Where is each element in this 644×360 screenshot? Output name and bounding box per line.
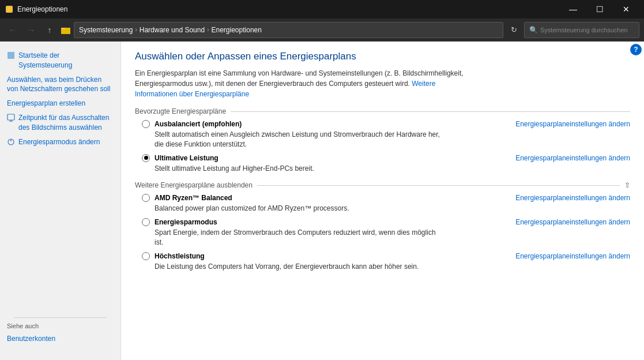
see-also-title: Siehe auch: [7, 322, 114, 329]
preferred-section-header: Bevorzugte Energiesparpläne: [135, 107, 630, 115]
preferred-label: Bevorzugte Energiesparpläne: [135, 107, 226, 115]
minimize-button[interactable]: —: [560, 0, 586, 18]
maximize-button[interactable]: ☐: [586, 0, 613, 18]
title-bar: ⚡ Energieoptionen — ☐ ✕: [0, 0, 644, 18]
folder-icon: [60, 24, 71, 36]
sidebar-link-benutzerkonten[interactable]: Benutzerkonten: [7, 332, 114, 346]
plan-radio-ausbalanciert[interactable]: [142, 120, 150, 128]
svg-text:⚡: ⚡: [6, 6, 13, 13]
plan-link-hoechst[interactable]: Energiesparplaneinstellungen ändern: [515, 252, 630, 260]
plan-item-ausbalanciert: Ausbalanciert (empfohlen) Energiesparpla…: [135, 120, 630, 149]
sidebar: Startseite der Systemsteuerung Auswählen…: [0, 42, 121, 360]
content-area: ? Auswählen oder Anpassen eines Energies…: [121, 42, 644, 360]
page-title: Auswählen oder Anpassen eines Energiespa…: [135, 51, 630, 62]
window-title: Energieoptionen: [17, 5, 560, 13]
close-button[interactable]: ✕: [613, 0, 639, 18]
sidebar-link-netzschalter[interactable]: Auswählen, was beim Drücken von Netzscha…: [0, 73, 120, 97]
search-icon: 🔍: [529, 26, 538, 34]
plan-link-ultimative[interactable]: Energiesparplaneinstellungen ändern: [515, 154, 630, 162]
plan-desc-ausbalanciert: Stellt automatisch einen Ausgleich zwisc…: [142, 130, 442, 149]
forward-button[interactable]: →: [23, 22, 39, 38]
sidebar-link-startseite[interactable]: Startseite der Systemsteuerung: [0, 48, 120, 73]
plan-item-hoechst: Höchstleistung Energiesparplaneinstellun…: [135, 252, 630, 272]
power-icon: [7, 138, 16, 147]
plan-desc-ultimative: Stellt ultimative Leistung auf Higher-En…: [142, 164, 442, 174]
main-layout: Startseite der Systemsteuerung Auswählen…: [0, 42, 644, 360]
plan-desc-hoechst: Die Leistung des Computers hat Vorrang, …: [142, 262, 442, 272]
preferred-line: [231, 111, 630, 112]
refresh-button[interactable]: ↻: [506, 22, 522, 38]
plan-header-amd: AMD Ryzen™ Balanced Energiesparplaneinst…: [142, 194, 630, 202]
svg-rect-4: [7, 52, 14, 59]
more-label: Weitere Energiesparpläne ausblenden: [135, 181, 253, 189]
sidebar-link-bildschirm[interactable]: Zeitpunkt für das Ausschalten des Bildsc…: [0, 111, 120, 135]
help-button[interactable]: ?: [630, 44, 642, 55]
page-description: Ein Energiesparplan ist eine Sammlung vo…: [135, 68, 469, 99]
window-controls: — ☐ ✕: [560, 0, 639, 18]
plan-name-energiesparmodus: Energiesparmodus: [155, 218, 511, 226]
plan-radio-ultimative[interactable]: [142, 154, 150, 162]
screen-icon: [7, 114, 16, 123]
plan-name-amd: AMD Ryzen™ Balanced: [155, 194, 511, 202]
address-bar: ← → ↑ Systemsteuerung › Hardware und Sou…: [0, 18, 644, 42]
plan-name-hoechst: Höchstleistung: [155, 252, 511, 260]
plan-header-ausbalanciert: Ausbalanciert (empfohlen) Energiesparpla…: [142, 120, 630, 128]
sidebar-link-erstellen[interactable]: Energiesparplan erstellen: [0, 96, 120, 111]
plan-link-amd[interactable]: Energiesparplaneinstellungen ändern: [515, 194, 630, 202]
plan-radio-hoechst[interactable]: [142, 252, 150, 260]
breadcrumb-sep-1: ›: [135, 27, 137, 33]
plan-item-amd: AMD Ryzen™ Balanced Energiesparplaneinst…: [135, 194, 630, 213]
plan-header-hoechst: Höchstleistung Energiesparplaneinstellun…: [142, 252, 630, 260]
app-icon: ⚡: [5, 5, 14, 14]
search-placeholder: Systemsteuerung durchsuchen: [540, 27, 628, 33]
breadcrumb-energie[interactable]: Energieoptionen: [212, 26, 262, 34]
sidebar-divider: [14, 317, 107, 318]
plan-item-energiesparmodus: Energiesparmodus Energiesparplaneinstell…: [135, 218, 630, 247]
up-button[interactable]: ↑: [42, 22, 58, 38]
plan-desc-amd: Balanced power plan customized for AMD R…: [142, 204, 442, 213]
plan-desc-energiesparmodus: Spart Energie, indem der Stromverbrauch …: [142, 228, 442, 247]
breadcrumb-hardware[interactable]: Hardware und Sound: [140, 26, 205, 34]
search-box[interactable]: 🔍 Systemsteuerung durchsuchen: [524, 22, 639, 38]
svg-rect-5: [7, 114, 14, 120]
sidebar-bottom: Siehe auch Benutzerkonten: [0, 306, 120, 353]
plan-name-ultimative: Ultimative Leistung: [155, 154, 511, 162]
chevron-up-icon[interactable]: ⇧: [624, 181, 630, 189]
plan-radio-amd[interactable]: [142, 194, 150, 202]
plan-header-energiesparmodus: Energiesparmodus Energiesparplaneinstell…: [142, 218, 630, 226]
sidebar-link-sparmodus[interactable]: Energiesparmodus ändern: [0, 135, 120, 149]
plan-radio-energiesparmodus[interactable]: [142, 218, 150, 226]
back-button[interactable]: ←: [5, 22, 21, 38]
plan-header-ultimative: Ultimative Leistung Energiesparplaneinst…: [142, 154, 630, 162]
svg-rect-3: [61, 28, 65, 29]
plan-link-ausbalanciert[interactable]: Energiesparplaneinstellungen ändern: [515, 120, 630, 128]
more-line: [257, 185, 620, 186]
plan-item-ultimative: Ultimative Leistung Energiesparplaneinst…: [135, 154, 630, 174]
plan-name-ausbalanciert: Ausbalanciert (empfohlen): [155, 120, 511, 128]
home-icon: [7, 51, 16, 61]
more-section-header: Weitere Energiesparpläne ausblenden ⇧: [135, 181, 630, 189]
breadcrumb-sep-2: ›: [207, 27, 209, 33]
breadcrumb-bar[interactable]: Systemsteuerung › Hardware und Sound › E…: [74, 22, 503, 38]
breadcrumb-systemsteuerung[interactable]: Systemsteuerung: [79, 26, 133, 34]
plan-link-energiesparmodus[interactable]: Energiesparplaneinstellungen ändern: [515, 218, 630, 226]
